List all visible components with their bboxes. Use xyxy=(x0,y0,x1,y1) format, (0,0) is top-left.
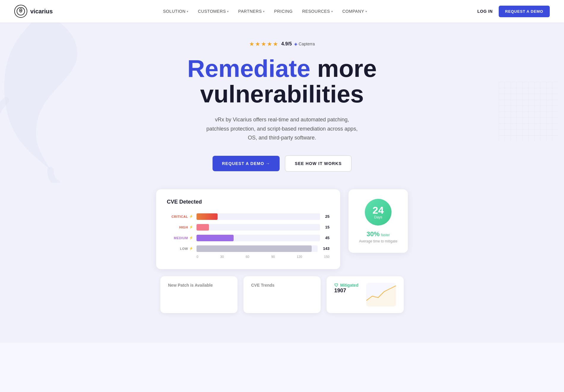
nav-links: SOLUTION ▾ CUSTOMERS ▾ PARTNERS ▾ PRICIN… xyxy=(163,9,367,14)
mitigated-info: 🛡 Mitigated 1907 xyxy=(334,283,358,294)
bar-fill-low xyxy=(197,245,312,252)
chevron-down-icon: ▾ xyxy=(263,10,265,13)
bar-fill-medium xyxy=(197,235,234,241)
cve-detected-card: CVE Detected CRITICAL ⚡ 25 xyxy=(156,189,340,269)
bar-row-low: LOW ⚡ 143 xyxy=(167,245,329,252)
chevron-down-icon: ▾ xyxy=(187,10,188,13)
dashboard-row: CVE Detected CRITICAL ⚡ 25 xyxy=(36,189,528,269)
bar-track-high xyxy=(197,224,320,231)
mitigated-count: 1907 xyxy=(334,288,358,294)
cve-trends-card: CVE Trends xyxy=(243,276,321,313)
x-axis-labels: 0 30 60 90 120 150 xyxy=(197,255,329,258)
capterra-label: Capterra xyxy=(299,42,315,46)
bar-row-medium: MEDIUM ⚡ 45 xyxy=(167,235,329,241)
capterra-brand: ◈ Capterra xyxy=(294,42,315,46)
nav-link-partners[interactable]: PARTNERS ▾ xyxy=(238,9,265,14)
nav-item-company[interactable]: COMPANY ▾ xyxy=(342,9,367,14)
logo-icon xyxy=(14,5,27,18)
request-demo-nav-button[interactable]: REQUEST A DEMO xyxy=(499,6,550,17)
logo[interactable]: vicarius xyxy=(14,5,53,18)
bar-label-critical: CRITICAL ⚡ xyxy=(167,215,194,218)
bar-fill-high xyxy=(197,224,209,231)
bar-value-medium: 45 xyxy=(325,236,329,240)
days-description: Average time to mitigate xyxy=(359,239,397,243)
nav-actions: LOG IN REQUEST A DEMO xyxy=(477,6,550,17)
days-card: 24 Days 30% faster Average time to mitig… xyxy=(348,189,408,253)
see-how-it-works-button[interactable]: SEE HOW IT WORKS xyxy=(285,155,351,172)
x-axis: 0 30 60 90 120 150 xyxy=(197,255,329,258)
bar-chart: CRITICAL ⚡ 25 HIGH ⚡ xyxy=(167,213,329,252)
bar-row-high: HIGH ⚡ 15 xyxy=(167,224,329,231)
star-icons: ★★★★★ xyxy=(249,40,279,47)
nav-item-solution[interactable]: SOLUTION ▾ xyxy=(163,9,188,14)
shield-icon: 🛡 xyxy=(334,283,338,288)
nav-item-pricing[interactable]: PRICING xyxy=(274,9,293,14)
bar-track-critical xyxy=(197,213,320,220)
chevron-down-icon: ▾ xyxy=(227,10,229,13)
days-unit: Days xyxy=(374,215,382,219)
bar-fill-critical xyxy=(197,213,218,220)
rating-score: 4.9/5 xyxy=(281,41,292,47)
bar-track-low xyxy=(197,245,318,252)
nav-link-company[interactable]: COMPANY ▾ xyxy=(342,9,367,14)
brand-name: vicarius xyxy=(30,8,53,15)
cve-card-title: CVE Detected xyxy=(167,199,329,205)
nav-link-pricing[interactable]: PRICING xyxy=(274,9,293,14)
patch-card-title: New Patch is Available xyxy=(168,283,230,288)
svg-marker-5 xyxy=(366,286,396,307)
hero-content: ★★★★★ 4.9/5 ◈ Capterra Remediate more vu… xyxy=(0,23,564,189)
navbar: vicarius SOLUTION ▾ CUSTOMERS ▾ PARTNERS… xyxy=(0,0,564,23)
capterra-icon: ◈ xyxy=(294,42,297,46)
nav-link-customers[interactable]: CUSTOMERS ▾ xyxy=(198,9,229,14)
bar-label-high: HIGH ⚡ xyxy=(167,225,194,229)
login-button[interactable]: LOG IN xyxy=(477,9,493,14)
days-faster-label: faster xyxy=(381,233,390,237)
svg-point-3 xyxy=(20,10,21,11)
days-circle: 24 Days xyxy=(365,199,392,226)
hero-title-accent: Remediate xyxy=(187,55,310,82)
nav-item-customers[interactable]: CUSTOMERS ▾ xyxy=(198,9,229,14)
hero-section: ★★★★★ 4.9/5 ◈ Capterra Remediate more vu… xyxy=(0,23,564,343)
days-stat: 30% faster Average time to mitigate xyxy=(359,230,397,243)
hero-buttons: REQUEST A DEMO → SEE HOW IT WORKS xyxy=(0,155,564,172)
hero-subtitle: vRx by Vicarius offers real-time and aut… xyxy=(205,115,359,142)
bar-value-low: 143 xyxy=(323,246,329,251)
lightning-icon-low: ⚡ xyxy=(189,247,194,250)
request-demo-button[interactable]: REQUEST A DEMO → xyxy=(213,156,280,171)
bar-row-critical: CRITICAL ⚡ 25 xyxy=(167,213,329,220)
chevron-down-icon: ▾ xyxy=(365,10,367,13)
mitigated-chart xyxy=(366,283,396,307)
days-number: 24 xyxy=(373,205,384,215)
lightning-icon-critical: ⚡ xyxy=(189,215,194,218)
bar-value-critical: 25 xyxy=(325,214,329,219)
bar-label-medium: MEDIUM ⚡ xyxy=(167,236,194,240)
mitigated-card: 🛡 Mitigated 1907 xyxy=(327,276,404,313)
nav-item-resources[interactable]: RESOURCES ▾ xyxy=(302,9,333,14)
nav-link-resources[interactable]: RESOURCES ▾ xyxy=(302,9,333,14)
bar-value-high: 15 xyxy=(325,225,329,229)
lightning-icon-high: ⚡ xyxy=(189,225,194,229)
dashboard-section: CVE Detected CRITICAL ⚡ 25 xyxy=(0,189,564,325)
hero-title: Remediate more vulnerabilities xyxy=(154,56,410,107)
mitigated-chart-svg xyxy=(366,283,396,307)
bar-track-medium xyxy=(197,235,320,241)
patch-card: New Patch is Available xyxy=(160,276,237,313)
bar-label-low: LOW ⚡ xyxy=(167,247,194,250)
days-percentage: 30% xyxy=(367,230,380,238)
cve-trends-title: CVE Trends xyxy=(251,283,313,288)
mitigated-title: 🛡 Mitigated xyxy=(334,283,358,288)
lightning-icon-medium: ⚡ xyxy=(189,236,194,240)
bottom-cards-row: New Patch is Available CVE Trends 🛡 Miti… xyxy=(36,276,528,325)
chevron-down-icon: ▾ xyxy=(331,10,333,13)
rating-bar: ★★★★★ 4.9/5 ◈ Capterra xyxy=(0,40,564,47)
nav-item-partners[interactable]: PARTNERS ▾ xyxy=(238,9,265,14)
nav-link-solution[interactable]: SOLUTION ▾ xyxy=(163,9,188,14)
